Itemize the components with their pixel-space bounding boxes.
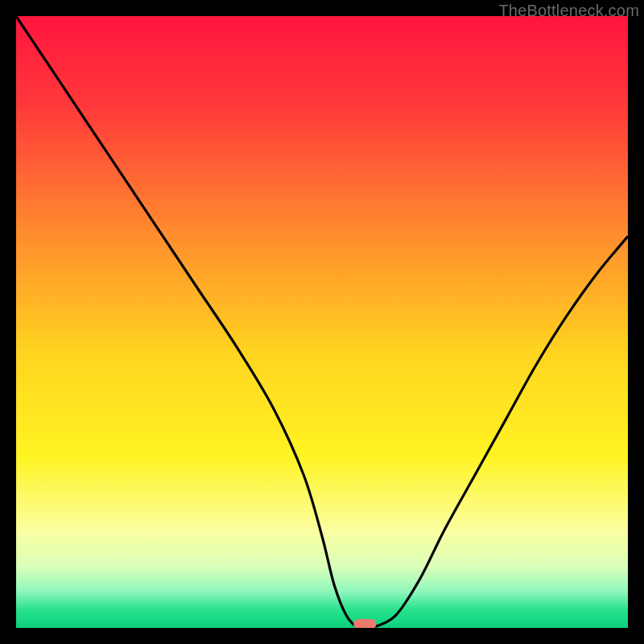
bottleneck-curve (16, 16, 628, 628)
optimal-point-marker (354, 619, 376, 628)
chart-frame: TheBottleneck.com (0, 0, 644, 644)
plot-area (16, 16, 628, 628)
